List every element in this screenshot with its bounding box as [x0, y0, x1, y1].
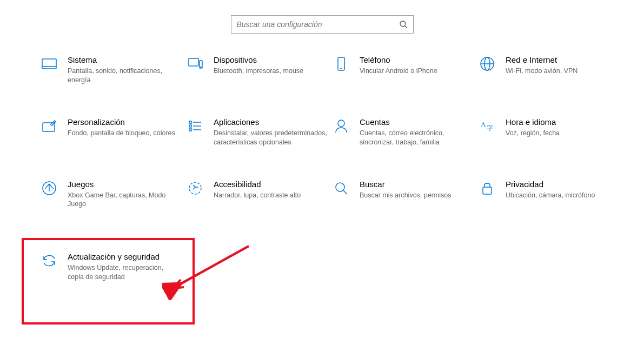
personalization-icon: [41, 117, 58, 135]
search-icon: [399, 20, 408, 29]
svg-rect-2: [42, 59, 56, 69]
tile-desc: Windows Update, recuperación, copia de s…: [68, 263, 181, 282]
tile-buscar[interactable]: Buscar Buscar mis archivos, permisos: [333, 180, 479, 209]
svg-rect-15: [189, 129, 191, 131]
svg-point-6: [201, 67, 201, 67]
tile-desc: Cuentas, correo electrónico, sincronizar…: [360, 129, 473, 147]
apps-icon: [187, 117, 204, 135]
tile-title: Teléfono: [360, 55, 473, 64]
tile-text: Personalización Fondo, pantalla de bloqu…: [68, 117, 181, 138]
tile-desc: Buscar mis archivos, permisos: [360, 191, 473, 200]
tile-title: Privacidad: [506, 180, 619, 189]
gaming-icon: [41, 180, 58, 197]
tile-desc: Pantalla, sonido, notificaciones, energí…: [68, 67, 181, 85]
network-icon: [479, 55, 496, 72]
tile-text: Accesibilidad Narrador, lupa, contraste …: [214, 180, 327, 200]
time-language-icon: A字: [479, 117, 496, 135]
tile-text: Aplicaciones Desinstalar, valores predet…: [214, 117, 327, 147]
tile-text: Hora e idioma Voz, región, fecha: [506, 117, 619, 138]
tile-privacidad[interactable]: Privacidad Ubicación, cámara, micrófono: [479, 180, 625, 209]
tile-title: Cuentas: [360, 117, 473, 127]
tile-desc: Narrador, lupa, contraste alto: [214, 191, 327, 200]
tile-text: Red e Internet Wi-Fi, modo avión, VPN: [506, 55, 619, 76]
tile-desc: Desinstalar, valores predeterminados, ca…: [214, 129, 327, 147]
tile-text: Dispositivos Bluetooth, impresoras, mous…: [214, 55, 327, 76]
svg-rect-27: [483, 187, 492, 194]
tile-title: Sistema: [68, 55, 181, 64]
tile-title: Buscar: [360, 180, 473, 189]
accounts-icon: [333, 117, 350, 135]
tile-desc: Voz, región, fecha: [506, 129, 619, 138]
tile-aplicaciones[interactable]: Aplicaciones Desinstalar, valores predet…: [187, 117, 333, 147]
tile-text: Sistema Pantalla, sonido, notificaciones…: [68, 55, 181, 85]
svg-rect-14: [189, 125, 191, 127]
search-box[interactable]: [231, 15, 414, 34]
tile-desc: Fondo, pantalla de bloqueo, colores: [68, 129, 181, 138]
search-input[interactable]: [237, 20, 399, 29]
svg-rect-13: [189, 121, 191, 123]
tile-text: Buscar Buscar mis archivos, permisos: [360, 180, 473, 200]
tile-desc: Xbox Game Bar, capturas, Modo Juego: [68, 191, 181, 209]
svg-point-19: [338, 120, 344, 127]
tile-text: Juegos Xbox Game Bar, capturas, Modo Jue…: [68, 180, 181, 209]
tile-desc: Ubicación, cámara, micrófono: [506, 191, 619, 200]
tile-sistema[interactable]: Sistema Pantalla, sonido, notificaciones…: [41, 55, 187, 85]
tile-title: Hora e idioma: [506, 117, 619, 127]
tile-text: Cuentas Cuentas, correo electrónico, sin…: [360, 117, 473, 147]
phone-icon: [333, 55, 350, 72]
settings-grid: Sistema Pantalla, sonido, notificaciones…: [0, 55, 644, 282]
tile-hora[interactable]: A字 Hora e idioma Voz, región, fecha: [479, 117, 625, 147]
update-icon: [41, 252, 58, 269]
tile-title: Juegos: [68, 180, 181, 189]
tile-juegos[interactable]: Juegos Xbox Game Bar, capturas, Modo Jue…: [41, 180, 187, 209]
tile-title: Dispositivos: [214, 55, 327, 64]
svg-line-1: [405, 26, 407, 28]
svg-rect-4: [189, 58, 198, 66]
svg-point-25: [336, 183, 344, 191]
tile-desc: Wi-Fi, modo avión, VPN: [506, 67, 619, 76]
tile-text: Teléfono Vincular Android o iPhone: [360, 55, 473, 76]
tile-accesibilidad[interactable]: Accesibilidad Narrador, lupa, contraste …: [187, 180, 333, 209]
privacy-icon: [479, 180, 496, 197]
tile-actualizacion[interactable]: Actualización y seguridad Windows Update…: [41, 252, 187, 282]
svg-point-23: [189, 182, 201, 194]
tile-title: Actualización y seguridad: [68, 252, 181, 261]
tile-title: Aplicaciones: [214, 117, 327, 127]
tile-title: Accesibilidad: [214, 180, 327, 189]
search-tile-icon: [333, 180, 350, 197]
tile-personalizacion[interactable]: Personalización Fondo, pantalla de bloqu…: [41, 117, 187, 147]
tile-title: Red e Internet: [506, 55, 619, 64]
svg-text:字: 字: [487, 124, 493, 132]
tile-text: Privacidad Ubicación, cámara, micrófono: [506, 180, 619, 200]
svg-point-0: [400, 21, 406, 27]
tile-cuentas[interactable]: Cuentas Cuentas, correo electrónico, sin…: [333, 117, 479, 147]
tile-desc: Vincular Android o iPhone: [360, 67, 473, 76]
tile-telefono[interactable]: Teléfono Vincular Android o iPhone: [333, 55, 479, 85]
svg-text:A: A: [481, 120, 486, 128]
tile-title: Personalización: [68, 117, 181, 127]
search-container: [0, 0, 644, 55]
tile-dispositivos[interactable]: Dispositivos Bluetooth, impresoras, mous…: [187, 55, 333, 85]
tile-red[interactable]: Red e Internet Wi-Fi, modo avión, VPN: [479, 55, 625, 85]
svg-line-26: [343, 190, 347, 194]
tile-text: Actualización y seguridad Windows Update…: [68, 252, 181, 282]
devices-icon: [187, 55, 204, 72]
system-icon: [41, 55, 58, 72]
accessibility-icon: [187, 180, 204, 197]
tile-desc: Bluetooth, impresoras, mouse: [214, 67, 327, 76]
